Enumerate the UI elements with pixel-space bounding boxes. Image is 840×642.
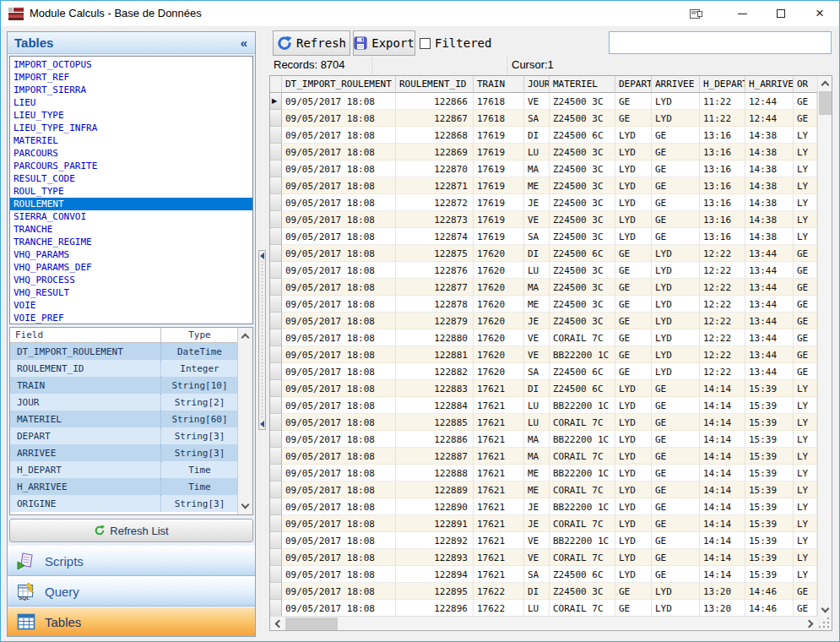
- grid-cell[interactable]: 17619: [474, 144, 524, 160]
- grid-cell[interactable]: LYD: [652, 313, 700, 329]
- grid-row[interactable]: 09/05/2017 18:0812287417619SAZ24500 3CLY…: [270, 228, 817, 245]
- grid-cell[interactable]: Z24500 6C: [550, 566, 615, 583]
- grid-cell[interactable]: ME: [524, 296, 550, 313]
- grid-cell[interactable]: 14:38: [745, 127, 794, 144]
- grid-cell[interactable]: 13:16: [700, 127, 745, 144]
- grid-cell[interactable]: 09/05/2017 18:08: [282, 245, 396, 262]
- grid-cell[interactable]: 14:14: [700, 380, 745, 397]
- grid-cell[interactable]: LYD: [652, 93, 700, 110]
- grid-cell[interactable]: 12:22: [700, 346, 745, 363]
- grid-row[interactable]: 09/05/2017 18:0812288717621MACORAIL 7CLY…: [270, 448, 817, 465]
- grid-cell[interactable]: VE: [524, 93, 550, 110]
- grid-row[interactable]: 09/05/2017 18:0812287117619MEZ24500 3CLY…: [270, 177, 817, 194]
- grid-cell[interactable]: MA: [524, 160, 550, 177]
- grid-cell[interactable]: 13:44: [745, 346, 794, 363]
- grid-cell[interactable]: LYD: [652, 279, 700, 296]
- grid-cell[interactable]: GE: [652, 431, 700, 448]
- grid-row[interactable]: 09/05/2017 18:0812289317621VECORAIL 7CLY…: [270, 549, 817, 566]
- grid-cell[interactable]: LU: [524, 600, 550, 617]
- grid-cell[interactable]: 15:39: [745, 397, 794, 414]
- grid-cell[interactable]: LY: [794, 127, 817, 144]
- grid-cell[interactable]: 13:16: [700, 177, 745, 194]
- grid-cell[interactable]: GE: [652, 160, 700, 177]
- grid-cell[interactable]: LYD: [615, 482, 652, 498]
- grid-cell[interactable]: 13:16: [700, 160, 745, 177]
- grid-cell[interactable]: 17621: [474, 380, 524, 397]
- grid-cell[interactable]: Z24500 6C: [550, 380, 615, 397]
- field-row[interactable]: DT_IMPORT_ROULEMENTDateTime: [10, 343, 238, 360]
- grid-cell[interactable]: VE: [524, 329, 550, 346]
- grid-cell[interactable]: Z24500 3C: [550, 160, 615, 177]
- grid-cell[interactable]: 12:22: [700, 262, 745, 279]
- grid-cell[interactable]: 15:39: [745, 380, 794, 397]
- grid-cell[interactable]: 09/05/2017 18:08: [282, 110, 396, 127]
- grid-cell[interactable]: GE: [652, 144, 700, 160]
- grid-cell[interactable]: ME: [524, 482, 550, 498]
- grid-cell[interactable]: 17620: [474, 363, 524, 380]
- field-row[interactable]: TRAINString[10]: [10, 377, 238, 394]
- grid-cell[interactable]: 17620: [474, 245, 524, 262]
- grid-cell[interactable]: 12:22: [700, 279, 745, 296]
- field-column-header[interactable]: Field: [10, 328, 160, 342]
- table-list-item[interactable]: LIEU: [10, 96, 252, 109]
- grid-cell[interactable]: SA: [524, 228, 550, 245]
- table-list-item[interactable]: IMPORT_SIERRA: [10, 84, 252, 96]
- grid-cell[interactable]: GE: [794, 583, 817, 600]
- table-list-item[interactable]: VHQ_PARAMS_DEF: [10, 261, 252, 274]
- grid-cell[interactable]: CORAIL 7C: [550, 515, 615, 532]
- row-header-cell[interactable]: [270, 211, 282, 228]
- grid-cell[interactable]: 122874: [396, 228, 474, 245]
- grid-cell[interactable]: GE: [615, 279, 652, 296]
- grid-cell[interactable]: 14:14: [700, 465, 745, 482]
- grid-cell[interactable]: GE: [615, 583, 652, 600]
- grid-cell[interactable]: 12:22: [700, 329, 745, 346]
- grid-cell[interactable]: 17621: [474, 448, 524, 465]
- refresh-button[interactable]: Refresh: [273, 30, 350, 56]
- table-list-item[interactable]: MATERIEL: [10, 134, 252, 147]
- row-header-cell[interactable]: ▶: [270, 93, 282, 110]
- grid-row[interactable]: 09/05/2017 18:0812288917621MECORAIL 7CLY…: [270, 482, 817, 498]
- panel-splitter[interactable]: [258, 250, 266, 430]
- grid-cell[interactable]: 14:14: [700, 515, 745, 532]
- grid-cell[interactable]: 17619: [474, 211, 524, 228]
- grid-cell[interactable]: LYD: [615, 144, 652, 160]
- grid-cell[interactable]: 17622: [474, 600, 524, 617]
- grid-cell[interactable]: 122886: [396, 431, 474, 448]
- grid-cell[interactable]: Z24500 6C: [550, 363, 615, 380]
- grid-cell[interactable]: GE: [652, 228, 700, 245]
- grid-cell[interactable]: 09/05/2017 18:08: [282, 583, 396, 600]
- grid-cell[interactable]: 09/05/2017 18:08: [282, 465, 396, 482]
- grid-cell[interactable]: GE: [794, 262, 817, 279]
- resize-grip[interactable]: [817, 616, 832, 630]
- grid-cell[interactable]: GE: [794, 600, 817, 617]
- table-list-item[interactable]: SIERRA_CONVOI: [10, 210, 252, 223]
- grid-cell[interactable]: 14:38: [745, 194, 794, 211]
- grid-row[interactable]: 09/05/2017 18:0812288817621MEBB22200 1CL…: [270, 465, 817, 482]
- grid-cell[interactable]: 13:44: [745, 245, 794, 262]
- grid-cell[interactable]: 13:20: [700, 583, 745, 600]
- grid-cell[interactable]: Z24500 3C: [550, 279, 615, 296]
- grid-cell[interactable]: DI: [524, 245, 550, 262]
- field-row[interactable]: ROULEMENT_IDInteger: [10, 360, 238, 377]
- grid-cell[interactable]: 14:14: [700, 532, 745, 549]
- grid-cell[interactable]: LYD: [652, 296, 700, 313]
- grid-cell[interactable]: DI: [524, 380, 550, 397]
- grid-cell[interactable]: 17622: [474, 583, 524, 600]
- grid-row[interactable]: 09/05/2017 18:0812289017621JEBB22200 1CL…: [270, 498, 817, 515]
- grid-row[interactable]: 09/05/2017 18:0812289417621SAZ24500 6CLY…: [270, 566, 817, 583]
- grid-cell[interactable]: 09/05/2017 18:08: [282, 414, 396, 431]
- grid-cell[interactable]: 17619: [474, 194, 524, 211]
- grid-cell[interactable]: MA: [524, 431, 550, 448]
- table-list-item[interactable]: TRANCHE: [10, 223, 252, 236]
- filtered-checkbox-wrap[interactable]: Filtered: [420, 30, 491, 56]
- grid-cell[interactable]: GE: [652, 397, 700, 414]
- grid-cell[interactable]: 122895: [396, 583, 474, 600]
- grid-cell[interactable]: GE: [615, 245, 652, 262]
- grid-cell[interactable]: GE: [615, 346, 652, 363]
- grid-cell[interactable]: GE: [794, 110, 817, 127]
- grid-cell[interactable]: 122883: [396, 380, 474, 397]
- grid-cell[interactable]: 09/05/2017 18:08: [282, 127, 396, 144]
- grid-cell[interactable]: 09/05/2017 18:08: [282, 313, 396, 329]
- grid-cell[interactable]: 15:39: [745, 532, 794, 549]
- grid-cell[interactable]: 13:44: [745, 363, 794, 380]
